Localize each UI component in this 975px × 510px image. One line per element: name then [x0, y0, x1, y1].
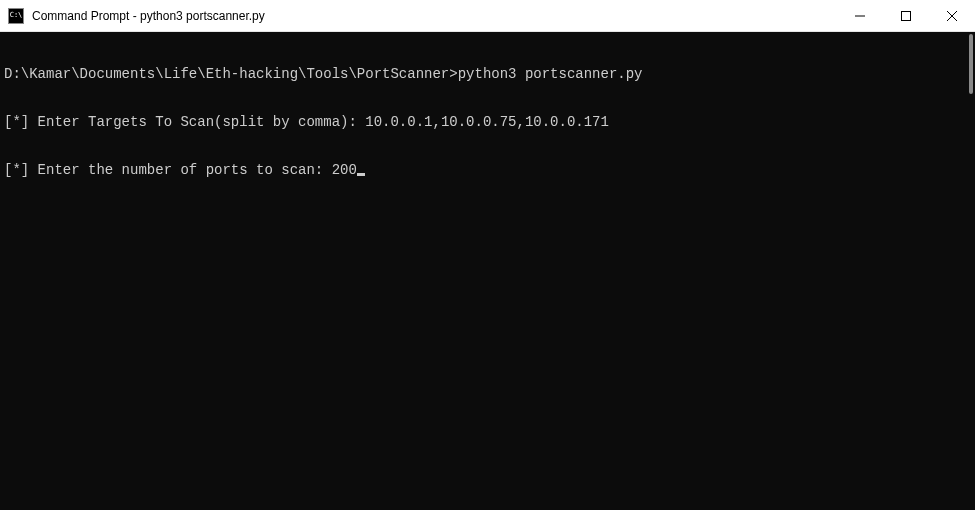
cursor	[357, 173, 365, 176]
line-prefix: [*]	[4, 162, 38, 178]
scrollbar-thumb[interactable]	[969, 34, 973, 94]
close-button[interactable]	[929, 0, 975, 31]
command-text: python3 portscanner.py	[458, 66, 643, 82]
terminal-line-1: D:\Kamar\Documents\Life\Eth-hacking\Tool…	[4, 66, 971, 82]
ports-input: 200	[332, 162, 357, 178]
window: Command Prompt - python3 portscanner.py	[0, 0, 975, 510]
terminal-line-2: [*] Enter Targets To Scan(split by comma…	[4, 114, 971, 130]
titlebar[interactable]: Command Prompt - python3 portscanner.py	[0, 0, 975, 32]
targets-input: 10.0.0.1,10.0.0.75,10.0.0.171	[365, 114, 609, 130]
minimize-button[interactable]	[837, 0, 883, 31]
svg-rect-1	[902, 11, 911, 20]
cmd-icon	[8, 8, 24, 24]
maximize-icon	[901, 11, 911, 21]
minimize-icon	[855, 11, 865, 21]
prompt-path: D:\Kamar\Documents\Life\Eth-hacking\Tool…	[4, 66, 458, 82]
terminal-line-3: [*] Enter the number of ports to scan: 2…	[4, 162, 971, 178]
titlebar-left: Command Prompt - python3 portscanner.py	[8, 8, 265, 24]
window-controls	[837, 0, 975, 31]
terminal-area[interactable]: D:\Kamar\Documents\Life\Eth-hacking\Tool…	[0, 32, 975, 510]
targets-prompt: Enter Targets To Scan(split by comma):	[38, 114, 366, 130]
close-icon	[947, 11, 957, 21]
line-prefix: [*]	[4, 114, 38, 130]
maximize-button[interactable]	[883, 0, 929, 31]
ports-prompt: Enter the number of ports to scan:	[38, 162, 332, 178]
window-title: Command Prompt - python3 portscanner.py	[32, 9, 265, 23]
